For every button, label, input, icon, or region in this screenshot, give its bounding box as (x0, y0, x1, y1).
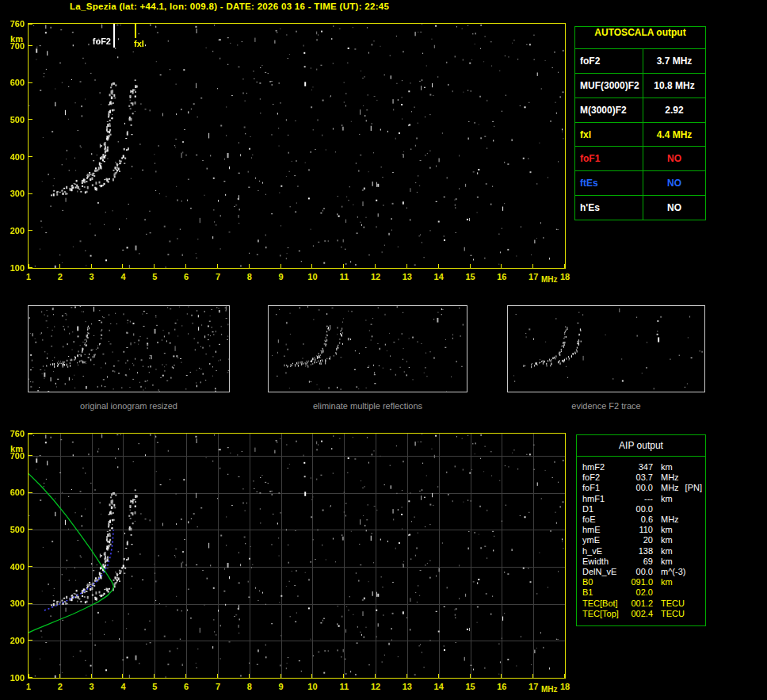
autoscala-row-value: 10.8 MHz (643, 74, 705, 98)
y-tick-label: 760 (2, 19, 25, 29)
x-tick-label: 11 (335, 272, 353, 281)
x-tick-label: 10 (303, 272, 321, 281)
aip-row-unit: km (653, 577, 673, 587)
y-tick-label: 700 (2, 41, 25, 51)
thumbnail-original-canvas (29, 306, 229, 392)
autoscala-row: h'EsNO (575, 196, 705, 220)
aip-row: D100.0 (577, 504, 705, 514)
aip-row-value: 001.2 (624, 599, 653, 609)
bottom-ionogram-canvas (29, 434, 565, 678)
station-title: La_Spezia (lat: +44.1, lon: 009.8) - DAT… (70, 2, 389, 11)
aip-row-name: hmE (577, 525, 624, 535)
aip-row-unit: MHz (653, 483, 679, 493)
aip-row-unit: MHz (653, 472, 679, 483)
aip-row-value: 0.6 (624, 514, 653, 525)
x-tick-label: 7 (209, 272, 227, 281)
thumbnail-caption-original: original ionogram resized (28, 401, 230, 411)
y-tick-label: 300 (2, 599, 25, 608)
aip-row-note: [PN] (685, 483, 705, 493)
aip-row-unit: km (653, 494, 673, 504)
aip-row: B102.0 (577, 587, 705, 598)
autoscala-row: fxI4.4 MHz (575, 123, 705, 147)
x-tick-label: 3 (83, 682, 101, 691)
aip-row-name: foE (577, 514, 624, 525)
autoscala-row-value: NO (643, 196, 705, 220)
x-tick-label: 10 (303, 682, 321, 691)
x-tick-label: 1 (20, 272, 37, 281)
y-tick-label: 700 (2, 451, 25, 461)
x-tick-label: 9 (273, 682, 290, 691)
y-tick-label: 400 (2, 152, 25, 162)
autoscala-row-label: fxI (575, 123, 643, 147)
x-tick-label: 12 (367, 682, 384, 691)
x-tick-label: 18 (556, 682, 574, 691)
aip-row-unit: TECU (653, 599, 685, 609)
aip-row-name: foF2 (577, 472, 624, 483)
x-tick-label: 15 (462, 272, 479, 281)
aip-row-unit: km (653, 557, 673, 567)
autoscala-row: MUF(3000)F210.8 MHz (575, 74, 705, 98)
x-tick-label: 15 (462, 682, 479, 691)
x-tick-label: 8 (241, 272, 258, 281)
thumbnail-eliminate-canvas (269, 306, 467, 392)
autoscala-window: La_Spezia (lat: +44.1, lon: 009.8) - DAT… (0, 0, 767, 700)
aip-row-value: 091.0 (624, 577, 653, 587)
aip-row-value: 00.0 (624, 483, 653, 493)
thumbnail-eliminate-reflections (268, 305, 467, 392)
aip-row: hmE110km (577, 525, 705, 535)
aip-row-name: Ewidth (577, 557, 624, 567)
fxi-marker-label: fxI (134, 39, 144, 48)
x-tick-label: 4 (114, 272, 132, 281)
aip-row-name: B1 (577, 587, 624, 598)
aip-row-unit: TECU (653, 609, 685, 619)
y-tick-label: 200 (2, 226, 25, 235)
autoscala-row-label: M(3000)F2 (575, 98, 643, 122)
autoscala-row: ftEsNO (575, 171, 705, 196)
autoscala-row-value: 4.4 MHz (643, 123, 705, 147)
y-tick-label: 300 (2, 189, 25, 198)
x-tick-label: 7 (209, 682, 227, 691)
y-tick-label: 500 (2, 115, 25, 124)
aip-row-unit: km (653, 525, 673, 535)
aip-row-value: 20 (624, 535, 653, 545)
bottom-ionogram-plot (28, 433, 566, 679)
aip-row: TEC[Top]002.4TECU (577, 609, 705, 619)
x-tick-label: 6 (177, 272, 195, 281)
autoscala-row-value: NO (643, 171, 705, 195)
aip-row-value: 138 (624, 546, 653, 557)
aip-header: AIP output (577, 435, 705, 457)
x-tick-label: 16 (493, 682, 510, 691)
aip-row: DelN_vE00.0m^(-3) (577, 567, 705, 577)
aip-rows: hmF2347kmfoF203.7MHzfoF100.0MHz[PN]hmF1-… (577, 457, 705, 619)
x-tick-label: 2 (52, 682, 69, 691)
aip-row-value: 347 (624, 462, 653, 472)
autoscala-row-value: NO (643, 147, 705, 170)
thumbnail-original-ionogram (28, 305, 230, 392)
thumbnail-evidence-canvas (508, 306, 704, 392)
autoscala-row-label: foF1 (575, 147, 643, 170)
autoscala-row-label: MUF(3000)F2 (575, 74, 643, 98)
aip-row-value: 002.4 (624, 609, 653, 619)
aip-row-unit: MHz (653, 514, 679, 525)
top-ionogram-plot (28, 23, 566, 269)
x-tick-label: 17 (525, 272, 542, 281)
x-tick-label: 13 (399, 272, 416, 281)
x-tick-label: 6 (177, 682, 195, 691)
aip-row-name: TEC[Top] (577, 609, 624, 619)
aip-row-name: D1 (577, 504, 624, 514)
aip-row: TEC[Bot]001.2TECU (577, 599, 705, 609)
x-tick-label: 9 (273, 272, 290, 281)
aip-row-name: hmF1 (577, 494, 624, 504)
aip-row-value: 00.0 (624, 504, 653, 514)
aip-row: h_vE138km (577, 546, 705, 557)
thumbnail-caption-evidence: evidence F2 trace (507, 401, 705, 411)
aip-row-unit: m^(-3) (653, 567, 685, 577)
thumbnail-evidence-f2 (507, 305, 705, 392)
y-tick-label: 100 (2, 673, 25, 683)
top-ionogram-canvas (29, 24, 565, 268)
aip-row-unit: km (653, 546, 673, 557)
y-tick-label: 600 (2, 488, 25, 497)
aip-row-value: 00.0 (624, 567, 653, 577)
aip-row-unit: km (653, 535, 673, 545)
aip-row-name: TEC[Bot] (577, 599, 624, 609)
